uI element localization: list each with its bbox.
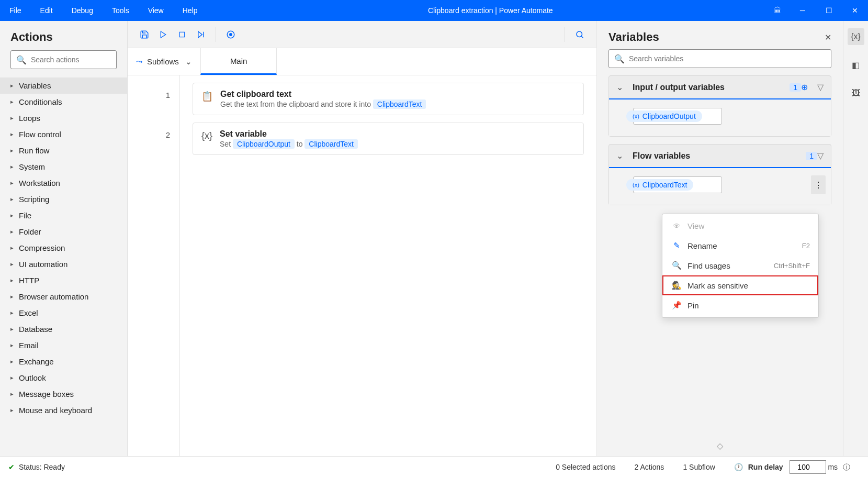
action-cat-run-flow[interactable]: ▸Run flow: [0, 142, 127, 159]
action-cat-http[interactable]: ▸HTTP: [0, 272, 127, 289]
io-variables-section: ⌄ Input / output variables 1 ⊕ ▽ (x)Clip…: [608, 75, 831, 137]
section-title: Flow variables: [633, 151, 803, 161]
maximize-button[interactable]: ☐: [816, 0, 842, 21]
run-delay-input[interactable]: [790, 460, 826, 474]
variable-chip[interactable]: ClipboardText: [373, 99, 426, 109]
action-cat-excel[interactable]: ▸Excel: [0, 305, 127, 321]
actions-search[interactable]: 🔍: [10, 50, 117, 69]
action-cat-file[interactable]: ▸File: [0, 207, 127, 224]
action-cat-scripting[interactable]: ▸Scripting: [0, 191, 127, 207]
sensitive-icon: 🕵: [671, 281, 682, 290]
variable-context-menu: 👁 View ✎ Rename F2 🔍 Find usages Ctrl+Sh…: [662, 214, 819, 318]
action-cat-outlook[interactable]: ▸Outlook: [0, 370, 127, 386]
tab-main[interactable]: Main: [200, 48, 277, 75]
variable-icon: {x}: [201, 130, 212, 141]
record-button[interactable]: [221, 25, 240, 44]
variable-item[interactable]: (x)ClipboardText: [633, 176, 722, 193]
svg-point-6: [577, 31, 582, 37]
subflow-icon: ⤳: [136, 57, 143, 66]
menu-help[interactable]: Help: [173, 0, 207, 21]
menu-tools[interactable]: Tools: [103, 0, 139, 21]
action-cat-ui-automation[interactable]: ▸UI automation: [0, 256, 127, 272]
action-cat-flow-control[interactable]: ▸Flow control: [0, 126, 127, 142]
collapse-icon[interactable]: ⌄: [616, 151, 623, 161]
subflows-dropdown[interactable]: ⤳ Subflows ⌄: [128, 48, 200, 75]
action-cat-loops[interactable]: ▸Loops: [0, 110, 127, 126]
ctx-mark-sensitive[interactable]: 🕵 Mark as sensitive: [662, 275, 818, 295]
action-cat-message-boxes[interactable]: ▸Message boxes: [0, 386, 127, 402]
rename-icon: ✎: [671, 241, 682, 250]
status-text: Status: Ready: [19, 463, 65, 471]
actions-search-input[interactable]: [31, 56, 122, 64]
variable-pill[interactable]: (x)ClipboardText: [626, 179, 693, 191]
step-set-variable[interactable]: {x} Set variable Set ClipboardOutput to …: [193, 123, 584, 155]
action-category-list[interactable]: ▸Variables ▸Conditionals ▸Loops ▸Flow co…: [0, 75, 127, 456]
variable-item[interactable]: (x)ClipboardOutput: [633, 108, 722, 125]
section-count: 1: [806, 152, 817, 160]
line-gutter: 1 2: [128, 75, 180, 456]
environment-icon: 🏛: [774, 6, 781, 15]
action-cat-conditionals[interactable]: ▸Conditionals: [0, 94, 127, 110]
run-button[interactable]: [154, 25, 173, 44]
search-icon: 🔍: [671, 261, 682, 270]
menu-view[interactable]: View: [139, 0, 173, 21]
save-button[interactable]: [135, 25, 154, 44]
action-cat-compression[interactable]: ▸Compression: [0, 240, 127, 256]
variables-search-input[interactable]: [629, 54, 826, 63]
menu-file[interactable]: File: [0, 0, 31, 21]
subflows-label: Subflows: [147, 57, 179, 66]
rail-variables-button[interactable]: {x}: [848, 28, 864, 45]
selected-count: 0 Selected actions: [556, 463, 615, 471]
step-get-clipboard[interactable]: 📋 Get clipboard text Get the text from t…: [193, 83, 584, 115]
collapse-icon[interactable]: ⌄: [616, 82, 623, 92]
eye-icon: 👁: [671, 221, 682, 230]
stop-button[interactable]: [173, 25, 191, 44]
action-cat-variables[interactable]: ▸Variables: [0, 77, 127, 94]
action-cat-folder[interactable]: ▸Folder: [0, 224, 127, 240]
status-ok-icon: ✔: [8, 463, 15, 471]
rail-ui-elements-button[interactable]: ◧: [848, 57, 864, 73]
close-panel-button[interactable]: ✕: [825, 32, 831, 42]
filter-icon[interactable]: ▽: [817, 151, 824, 161]
environment-badge[interactable]: 🏛: [774, 6, 784, 15]
step-button[interactable]: [191, 25, 210, 44]
window-controls: ─ ☐ ✕: [790, 0, 868, 21]
ms-label: ms: [828, 463, 838, 471]
action-cat-database[interactable]: ▸Database: [0, 321, 127, 337]
section-count: 1: [790, 83, 801, 92]
action-cat-exchange[interactable]: ▸Exchange: [0, 353, 127, 370]
filter-icon[interactable]: ▽: [817, 82, 824, 92]
add-variable-button[interactable]: ⊕: [801, 82, 808, 92]
ctx-pin[interactable]: 📌 Pin: [662, 295, 818, 315]
variable-more-button[interactable]: ⋮: [811, 175, 826, 194]
action-cat-browser-automation[interactable]: ▸Browser automation: [0, 289, 127, 305]
close-button[interactable]: ✕: [842, 0, 868, 21]
action-cat-system[interactable]: ▸System: [0, 159, 127, 175]
flow-variables-section: ⌄ Flow variables 1 ▽ (x)ClipboardText ⋮: [608, 144, 831, 205]
variables-search[interactable]: 🔍: [608, 49, 831, 68]
ctx-rename[interactable]: ✎ Rename F2: [662, 236, 818, 256]
chevron-right-icon: ▸: [10, 82, 14, 89]
search-flow-button[interactable]: [570, 25, 589, 44]
variable-chip[interactable]: ClipboardText: [305, 139, 358, 149]
step-title: Get clipboard text: [220, 90, 426, 99]
variable-pill[interactable]: (x)ClipboardOutput: [626, 110, 702, 122]
menu-edit[interactable]: Edit: [31, 0, 62, 21]
ctx-find-usages[interactable]: 🔍 Find usages Ctrl+Shift+F: [662, 256, 818, 275]
info-icon[interactable]: ⓘ: [843, 463, 850, 471]
rail-images-button[interactable]: 🖼: [848, 85, 864, 102]
flow-editor: ⤳ Subflows ⌄ Main 1 2 📋 Get clipboard te…: [128, 21, 597, 456]
action-cat-mouse-keyboard[interactable]: ▸Mouse and keyboard: [0, 402, 127, 418]
variable-chip[interactable]: ClipboardOutput: [233, 139, 295, 149]
menu-bar: File Edit Debug Tools View Help: [0, 0, 207, 21]
minimize-button[interactable]: ─: [790, 0, 816, 21]
action-cat-email[interactable]: ▸Email: [0, 337, 127, 353]
clear-variables-icon[interactable]: ◇: [717, 441, 723, 450]
steps-list: 📋 Get clipboard text Get the text from t…: [180, 75, 596, 456]
svg-marker-2: [198, 31, 202, 38]
side-rail: {x} ◧ 🖼: [843, 21, 868, 456]
subflows-count: 1 Subflow: [683, 463, 715, 471]
menu-debug[interactable]: Debug: [62, 0, 103, 21]
action-cat-workstation[interactable]: ▸Workstation: [0, 175, 127, 191]
line-number: 2: [128, 124, 179, 163]
